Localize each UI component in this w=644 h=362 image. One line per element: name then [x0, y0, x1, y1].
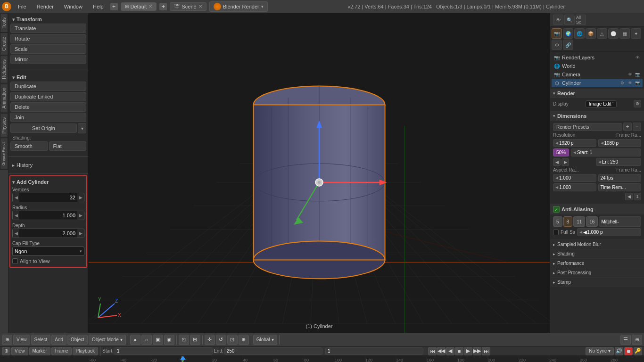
menu-window[interactable]: Window	[60, 3, 86, 10]
render-engine-selector[interactable]: Blender Render ▾	[209, 1, 268, 12]
time-nav-left[interactable]: ◀	[625, 193, 633, 200]
physics-tab[interactable]: ⚙	[552, 40, 562, 50]
shading-section[interactable]: ▸ Shading	[550, 249, 644, 259]
anti-aliasing-header[interactable]: ✓ Anti-Aliasing	[550, 204, 644, 214]
viewport-shading-btn[interactable]: ⊕	[2, 335, 12, 345]
res-y-field[interactable]: ◀ 1080 p	[598, 139, 642, 147]
radius-increase[interactable]: ▶	[77, 211, 84, 220]
audio-btn[interactable]: 🔊	[615, 347, 623, 355]
tab-animation[interactable]: Animation	[0, 83, 8, 113]
texture-shading-btn[interactable]: ▣	[153, 335, 163, 345]
smooth-btn[interactable]: Smooth	[10, 141, 48, 151]
rotate-tool-btn[interactable]: ↺	[216, 335, 226, 345]
aspect-x-field[interactable]: ◀ 1.000	[553, 174, 596, 182]
dimensions-header[interactable]: ▾ Dimensions	[550, 111, 644, 121]
render-header[interactable]: ▾ Render	[550, 89, 644, 98]
history-header[interactable]: History	[10, 161, 86, 169]
end-field[interactable]: ◀ En: 250	[596, 158, 642, 166]
world-tab[interactable]: 🌐	[574, 28, 585, 39]
tab-relations[interactable]: Relations	[0, 55, 8, 83]
render-presets-remove-btn[interactable]: −	[633, 123, 641, 131]
cylinder-visibility[interactable]: 👁	[627, 80, 633, 86]
vertices-field[interactable]: ◀ 32 ▶	[12, 193, 84, 202]
aa-16-btn[interactable]: 16	[586, 216, 598, 227]
view-tab[interactable]: 👁	[553, 15, 563, 25]
outliner-world[interactable]: 🌐 World	[552, 62, 643, 70]
tab-grease-pencil[interactable]: Grease Pencil	[0, 138, 8, 170]
frame-nav-left[interactable]: ◀	[553, 158, 561, 166]
tab-physics[interactable]: Physics	[0, 113, 8, 138]
snap-btn[interactable]: ⊡	[179, 335, 189, 345]
playback-btn[interactable]: Playback	[73, 347, 99, 355]
aspect-y-field[interactable]: ◀ 1.000	[553, 183, 596, 191]
cap-fill-dropdown[interactable]: Ngon ▾	[12, 247, 84, 256]
workspace-tab-scene[interactable]: 🎬 Scene ✕	[170, 2, 206, 11]
set-origin-btn[interactable]: Set Origin	[10, 123, 77, 133]
timeline-end-field[interactable]: 250	[224, 347, 322, 355]
radius-field[interactable]: ◀ 1.000 ▶	[12, 211, 84, 220]
texture-tab[interactable]: ▦	[619, 28, 630, 39]
outliner-camera[interactable]: 📷 Camera 👁 📷	[552, 70, 643, 79]
workspace-tab-default[interactable]: ⊞ Default ✕	[121, 2, 157, 11]
time-rem-field[interactable]: Time Rem...	[598, 183, 642, 191]
display-options-btn[interactable]: ☰	[620, 335, 631, 345]
cylinder-settings-icon[interactable]: ⚙	[619, 80, 626, 86]
add-workspace-btn[interactable]: +	[110, 3, 118, 10]
menu-help[interactable]: Help	[89, 3, 107, 10]
performance-section[interactable]: ▸ Performance	[550, 259, 644, 268]
anti-aliasing-checkbox[interactable]: ✓	[553, 206, 560, 213]
object-tab[interactable]: 📦	[586, 28, 596, 39]
camera-render-visibility[interactable]: 📷	[634, 71, 641, 78]
render-presets-add-btn[interactable]: +	[623, 123, 632, 131]
set-origin-dropdown[interactable]: ▾	[78, 123, 86, 133]
play-back-btn[interactable]: ◀	[446, 347, 454, 355]
mirror-btn[interactable]: Mirror	[10, 55, 86, 64]
view-timeline-btn[interactable]: View	[11, 347, 28, 355]
flat-btn[interactable]: Flat	[49, 141, 87, 151]
tab-create[interactable]: Create	[0, 33, 8, 55]
snap-target-btn[interactable]: ⊞	[190, 335, 200, 345]
translate-btn[interactable]: Translate	[10, 24, 86, 33]
material-tab[interactable]: ⚪	[608, 28, 619, 39]
vertices-increase[interactable]: ▶	[77, 193, 84, 202]
camera-visibility[interactable]: 👁	[627, 71, 633, 78]
menu-file[interactable]: File	[14, 3, 30, 10]
timeline-start-field[interactable]: 1	[115, 347, 213, 355]
full-sample-field[interactable]: ◀ ◀1.000 p	[577, 228, 641, 236]
transform-header[interactable]: Transform	[10, 15, 86, 24]
depth-decrease[interactable]: ◀	[13, 229, 19, 238]
transform-orientation-dropdown[interactable]: Global ▾	[253, 335, 277, 345]
marker-btn[interactable]: Marker	[29, 347, 50, 355]
cylinder-render-visibility[interactable]: 📷	[634, 80, 641, 86]
timeline-ruler[interactable]: -60 -40 -20 0 20 40 60 80 100 120 140 16…	[0, 356, 644, 362]
transform-tool-btn[interactable]: ⊕	[239, 335, 249, 345]
translate-tool-btn[interactable]: ✛	[205, 335, 215, 345]
constraints-tab[interactable]: 🔗	[563, 40, 573, 50]
render-tab[interactable]: 📷	[552, 28, 562, 39]
radius-decrease[interactable]: ◀	[13, 211, 19, 220]
current-frame-field[interactable]: 1	[325, 347, 423, 355]
outliner-renderlayers[interactable]: 📷 RenderLayers 👁	[552, 53, 643, 62]
add-cylinder-header[interactable]: Add Cylinder	[12, 178, 84, 186]
vertices-decrease[interactable]: ◀	[13, 193, 19, 202]
depth-increase[interactable]: ▶	[77, 229, 84, 238]
full-sample-checkbox[interactable]	[553, 230, 559, 235]
start-field[interactable]: ◀ Start: 1	[571, 148, 641, 156]
aa-5-btn[interactable]: 5	[553, 216, 562, 227]
fps-field[interactable]: 24 fps	[598, 174, 642, 182]
add-menu-btn[interactable]: Add	[51, 335, 66, 345]
timeline-settings-btn[interactable]: ⊕	[2, 347, 10, 355]
join-btn[interactable]: Join	[10, 113, 86, 122]
sampled-motion-blur-section[interactable]: ▸ Sampled Motion Blur	[550, 240, 644, 249]
play-btn[interactable]: ▶	[464, 347, 472, 355]
wireframe-shading-btn[interactable]: ○	[141, 335, 152, 345]
object-mode-dropdown[interactable]: Object Mode ▾	[89, 335, 126, 345]
mesh-tab[interactable]: △	[597, 28, 607, 39]
delete-btn[interactable]: Delete	[10, 102, 86, 112]
stamp-section[interactable]: ▸ Stamp	[550, 278, 644, 287]
duplicate-linked-btn[interactable]: Duplicate Linked	[10, 92, 86, 101]
aa-8-btn[interactable]: 8	[563, 216, 573, 227]
step-fwd-btn[interactable]: ▶▶	[473, 347, 481, 355]
frame-btn[interactable]: Frame	[51, 347, 72, 355]
scene-close-icon[interactable]: ✕	[198, 4, 202, 9]
